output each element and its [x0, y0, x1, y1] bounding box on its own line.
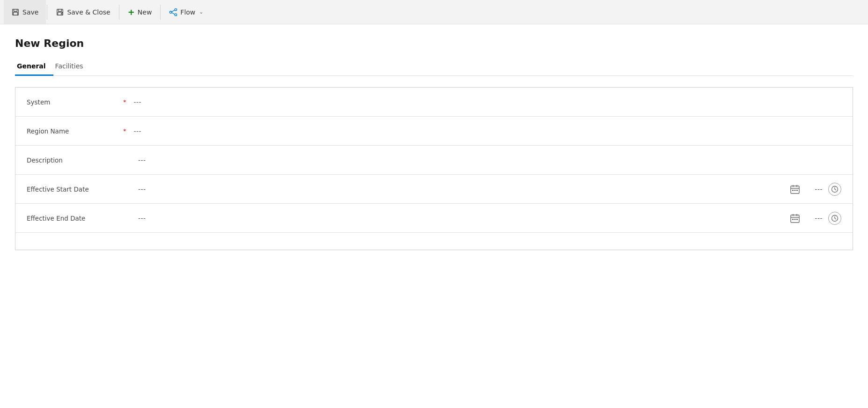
region-name-required-indicator: *: [123, 127, 126, 134]
effective-start-date-value[interactable]: ---: [138, 185, 146, 193]
new-plus-icon: +: [128, 7, 135, 17]
flow-icon: [169, 8, 177, 16]
effective-start-date-clock-icon[interactable]: [828, 183, 841, 196]
effective-end-time-value[interactable]: ---: [815, 215, 823, 222]
toolbar-divider-3: [160, 5, 161, 20]
svg-rect-17: [794, 190, 796, 191]
flow-chevron-icon: ⌄: [199, 9, 203, 15]
region-name-label: Region Name: [27, 127, 120, 135]
effective-end-date-value[interactable]: ---: [138, 215, 146, 222]
save-close-button[interactable]: Save & Close: [48, 0, 118, 24]
svg-rect-18: [796, 190, 798, 191]
toolbar: Save Save & Close + New: [0, 0, 868, 24]
effective-start-date-right: ---: [788, 183, 841, 196]
description-label: Description: [27, 156, 120, 164]
region-name-value[interactable]: ---: [134, 127, 142, 135]
page-content: New Region General Facilities System * -…: [0, 24, 868, 250]
toolbar-divider-2: [119, 5, 119, 20]
save-close-icon-svg: [56, 8, 64, 16]
page-title: New Region: [15, 37, 853, 49]
effective-start-time-value[interactable]: ---: [815, 185, 823, 193]
form-row-effective-end-date: Effective End Date ---: [15, 204, 853, 233]
description-value[interactable]: ---: [138, 156, 146, 164]
form-row-empty: [15, 233, 853, 250]
form-row-region-name: Region Name * ---: [15, 117, 853, 146]
save-close-label: Save & Close: [67, 8, 110, 16]
effective-end-date-clock-icon[interactable]: [828, 212, 841, 225]
flow-button[interactable]: Flow ⌄: [162, 0, 211, 24]
svg-line-11: [172, 12, 175, 14]
effective-end-date-label: Effective End Date: [27, 215, 120, 222]
svg-point-9: [175, 14, 177, 16]
save-label: Save: [22, 8, 38, 16]
flow-label: Flow: [180, 8, 195, 16]
svg-line-21: [835, 189, 836, 190]
svg-rect-1: [14, 9, 17, 11]
svg-rect-27: [794, 219, 796, 220]
form-row-system: System * ---: [15, 88, 853, 117]
save-close-icon: [56, 8, 64, 16]
tabs: General Facilities: [15, 59, 853, 76]
form-container: System * --- Region Name * --- Descripti…: [15, 87, 853, 250]
effective-end-date-group: --- ---: [120, 212, 841, 225]
effective-start-date-label: Effective Start Date: [27, 185, 120, 193]
save-icon-svg: [11, 8, 20, 16]
effective-start-date-group: --- ---: [120, 183, 841, 196]
system-required-indicator: *: [123, 98, 126, 105]
toolbar-divider-1: [47, 5, 47, 20]
effective-end-date-right: ---: [788, 212, 841, 225]
save-icon: [11, 8, 20, 16]
tab-general[interactable]: General: [15, 59, 53, 76]
system-value[interactable]: ---: [134, 98, 142, 106]
form-row-effective-start-date: Effective Start Date ---: [15, 175, 853, 204]
svg-point-7: [170, 11, 172, 13]
svg-rect-4: [59, 9, 62, 11]
svg-rect-28: [796, 219, 798, 220]
effective-start-date-left: ---: [120, 185, 146, 193]
svg-rect-26: [792, 219, 794, 220]
tab-facilities[interactable]: Facilities: [53, 59, 91, 76]
svg-line-31: [835, 218, 836, 219]
new-button[interactable]: + New: [120, 0, 160, 24]
system-label: System: [27, 98, 120, 106]
svg-rect-16: [792, 190, 794, 191]
svg-point-8: [175, 8, 177, 11]
effective-start-date-calendar-icon[interactable]: [788, 183, 802, 196]
save-button[interactable]: Save: [4, 0, 46, 24]
new-label: New: [138, 8, 152, 16]
effective-end-date-calendar-icon[interactable]: [788, 212, 802, 225]
form-row-description: Description ---: [15, 146, 853, 175]
svg-rect-2: [14, 12, 18, 15]
effective-end-date-left: ---: [120, 215, 146, 222]
svg-line-10: [172, 10, 175, 12]
